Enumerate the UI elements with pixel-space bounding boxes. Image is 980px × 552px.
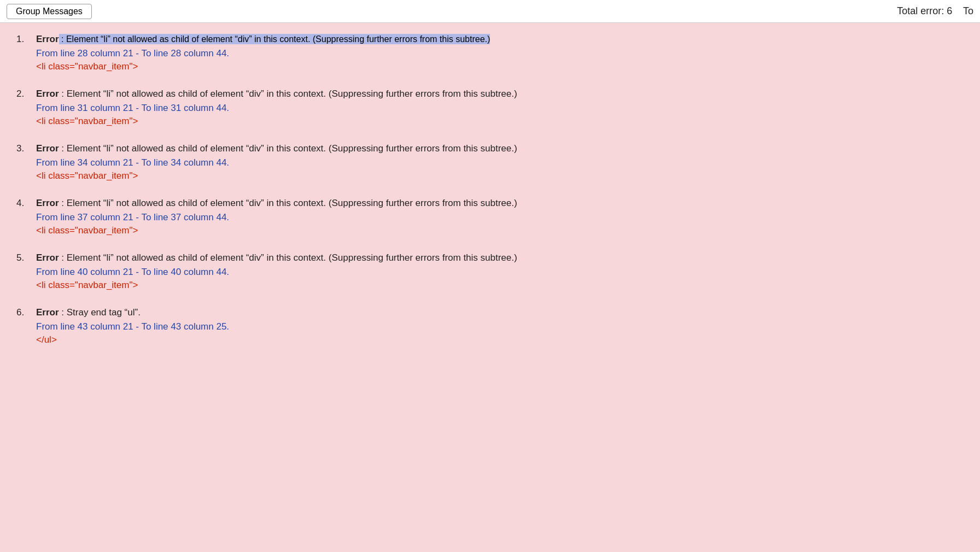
group-messages-tab[interactable]: Group Messages xyxy=(7,4,92,19)
error-label: Error xyxy=(36,198,59,208)
error-item: 1.Error : Element “li” not allowed as ch… xyxy=(16,34,964,72)
error-message-container: Error : Element “li” not allowed as chil… xyxy=(36,252,517,263)
header: Group Messages Total error: 6 To xyxy=(0,0,980,23)
error-message-text: : Element “li” not allowed as child of e… xyxy=(59,252,517,263)
error-number: 4. xyxy=(16,198,33,209)
error-location: From line 43 column 21 - To line 43 colu… xyxy=(36,321,964,332)
error-item: 6.Error : Stray end tag “ul”.From line 4… xyxy=(16,307,964,345)
error-message-container: Error : Element “li” not allowed as chil… xyxy=(36,143,517,154)
total-error-text: Total error: 6 xyxy=(897,5,952,16)
error-row: 5.Error : Element “li” not allowed as ch… xyxy=(16,252,964,263)
error-number: 6. xyxy=(16,307,33,318)
error-code: <li class="navbar_item"> xyxy=(36,61,964,72)
error-number: 5. xyxy=(16,252,33,263)
error-item: 4.Error : Element “li” not allowed as ch… xyxy=(16,198,964,236)
error-row: 4.Error : Element “li” not allowed as ch… xyxy=(16,198,964,209)
error-code: <li class="navbar_item"> xyxy=(36,225,964,236)
to-label: To xyxy=(963,5,973,16)
error-message-text: : Element “li” not allowed as child of e… xyxy=(59,34,491,44)
error-label: Error xyxy=(36,34,59,44)
main-content: 1.Error : Element “li” not allowed as ch… xyxy=(0,23,980,552)
error-highlight: : Element “li” not allowed as child of e… xyxy=(59,34,491,44)
error-number: 3. xyxy=(16,143,33,154)
error-label: Error xyxy=(36,143,59,154)
error-code: </ul> xyxy=(36,334,964,345)
error-location: From line 37 column 21 - To line 37 colu… xyxy=(36,212,964,223)
error-message-container: Error : Element “li” not allowed as chil… xyxy=(36,89,517,99)
error-location: From line 31 column 21 - To line 31 colu… xyxy=(36,103,964,114)
error-message-container: Error : Element “li” not allowed as chil… xyxy=(36,198,517,209)
error-location: From line 40 column 21 - To line 40 colu… xyxy=(36,267,964,278)
error-number: 2. xyxy=(16,89,33,99)
error-code: <li class="navbar_item"> xyxy=(36,116,964,127)
error-message-container: Error : Stray end tag “ul”. xyxy=(36,307,141,318)
error-row: 6.Error : Stray end tag “ul”. xyxy=(16,307,964,318)
tab-label: Group Messages xyxy=(16,7,83,16)
error-label: Error xyxy=(36,252,59,263)
error-location: From line 34 column 21 - To line 34 colu… xyxy=(36,157,964,168)
error-item: 5.Error : Element “li” not allowed as ch… xyxy=(16,252,964,291)
error-code: <li class="navbar_item"> xyxy=(36,171,964,181)
error-list: 1.Error : Element “li” not allowed as ch… xyxy=(16,34,964,345)
error-row: 2.Error : Element “li” not allowed as ch… xyxy=(16,89,964,99)
error-message-text: : Stray end tag “ul”. xyxy=(59,307,141,318)
error-label: Error xyxy=(36,307,59,318)
error-message-text: : Element “li” not allowed as child of e… xyxy=(59,198,517,208)
error-message-text: : Element “li” not allowed as child of e… xyxy=(59,143,517,154)
error-item: 3.Error : Element “li” not allowed as ch… xyxy=(16,143,964,181)
error-code: <li class="navbar_item"> xyxy=(36,280,964,291)
error-number: 1. xyxy=(16,34,33,45)
error-message-text: : Element “li” not allowed as child of e… xyxy=(59,89,517,99)
error-location: From line 28 column 21 - To line 28 colu… xyxy=(36,48,964,59)
error-item: 2.Error : Element “li” not allowed as ch… xyxy=(16,89,964,127)
error-row: 3.Error : Element “li” not allowed as ch… xyxy=(16,143,964,154)
header-right: Total error: 6 To xyxy=(897,5,973,17)
error-label: Error xyxy=(36,89,59,99)
error-message-container: Error : Element “li” not allowed as chil… xyxy=(36,34,490,45)
error-row: 1.Error : Element “li” not allowed as ch… xyxy=(16,34,964,45)
